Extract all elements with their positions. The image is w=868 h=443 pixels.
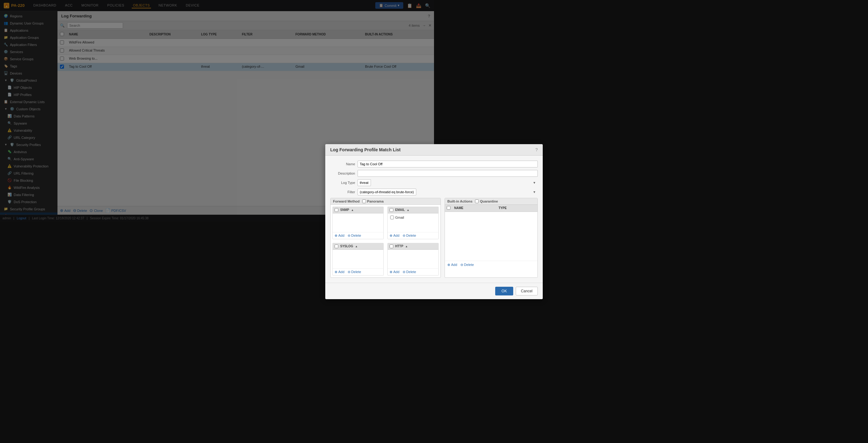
log-type-select[interactable]: threat traffic url	[358, 179, 371, 186]
gmail-label: Gmail	[395, 216, 404, 219]
description-input[interactable]	[358, 170, 434, 177]
panorama-checkbox[interactable]	[362, 199, 366, 203]
filter-select[interactable]: (category-of-threatid eq brute-force)	[358, 189, 416, 195]
email-sub-panel: EMAIL ▲ Gmail ⊕	[388, 207, 434, 222]
forward-method-legend: Forward Method Panorama	[331, 198, 434, 205]
snmp-sort-icon: ▲	[351, 209, 354, 212]
gmail-checkbox[interactable]	[390, 216, 394, 219]
name-input[interactable]	[358, 161, 434, 167]
snmp-label: SNMP	[340, 208, 349, 212]
description-label: Description	[330, 171, 355, 175]
log-type-row: Log Type threat traffic url	[330, 179, 434, 186]
email-item-gmail[interactable]: Gmail	[389, 215, 434, 220]
filter-select-wrapper: (category-of-threatid eq brute-force)	[358, 189, 434, 195]
filter-row: Filter (category-of-threatid eq brute-fo…	[330, 189, 434, 195]
email-checkbox[interactable]	[390, 208, 393, 212]
forward-method-title: Forward Method	[333, 199, 360, 203]
email-header: EMAIL ▲	[388, 207, 434, 214]
modal-title: Log Forwarding Profile Match List	[330, 147, 400, 152]
snmp-sub-panel: SNMP ▲ ⊕ Add ⊖ D	[333, 207, 384, 222]
email-label: EMAIL	[395, 208, 405, 212]
name-row: Name	[330, 161, 434, 167]
sub-panels-grid: SNMP ▲ ⊕ Add ⊖ D	[331, 205, 434, 222]
modal-body: Name Description Log Type threat traffic…	[325, 156, 434, 222]
log-type-label: Log Type	[330, 181, 355, 185]
panorama-check-group: Panorama	[362, 199, 384, 203]
forward-method-panel: Forward Method Panorama SNMP ▲	[330, 198, 434, 222]
log-forwarding-modal: Log Forwarding Profile Match List ? Name…	[325, 144, 434, 222]
modal-header: Log Forwarding Profile Match List ?	[325, 144, 434, 156]
description-row: Description	[330, 170, 434, 177]
panorama-label: Panorama	[367, 199, 384, 203]
panels-row: Forward Method Panorama SNMP ▲	[330, 198, 434, 222]
log-type-select-wrapper: threat traffic url	[358, 179, 434, 186]
snmp-checkbox[interactable]	[335, 208, 338, 212]
modal-overlay: Log Forwarding Profile Match List ? Name…	[0, 0, 434, 222]
email-sort-icon: ▲	[407, 209, 409, 212]
filter-label: Filter	[330, 190, 355, 194]
name-label: Name	[330, 162, 355, 166]
snmp-body	[333, 214, 383, 222]
snmp-header: SNMP ▲	[333, 207, 383, 214]
email-body: Gmail	[388, 214, 434, 222]
